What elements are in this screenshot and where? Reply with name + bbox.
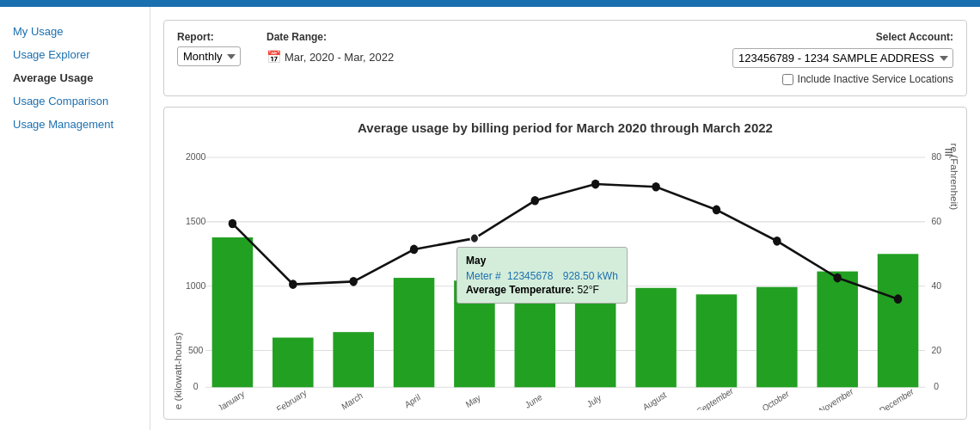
temp-dot-mar (349, 277, 358, 286)
chart-container: ≡ 2000 1500 1000 500 0 80 60 40 20 0 (173, 144, 958, 410)
date-range-value: 📅 Mar, 2020 - Mar, 2022 (266, 50, 394, 64)
sidebar-item-average-usage[interactable]: Average Usage (0, 66, 150, 89)
svg-text:December: December (878, 386, 916, 410)
bar-jan (212, 237, 254, 387)
report-label: Report: (177, 31, 241, 43)
svg-text:1500: 1500 (186, 216, 205, 227)
sidebar-item-my-usage[interactable]: My Usage (0, 20, 150, 43)
bar-may (454, 280, 495, 387)
svg-text:October: October (761, 388, 791, 410)
svg-text:0: 0 (934, 381, 939, 392)
layout: My Usage Usage Explorer Average Usage Us… (0, 7, 980, 430)
report-select[interactable]: Monthly Weekly Daily (177, 46, 241, 66)
inactive-service-label[interactable]: Include Inactive Service Locations (782, 73, 953, 85)
svg-text:0: 0 (193, 381, 199, 392)
top-bar (0, 0, 980, 7)
temp-dot-apr (410, 245, 419, 255)
sidebar-item-usage-management[interactable]: Usage Management (0, 113, 150, 136)
bar-sep (696, 294, 738, 387)
bar-jul (575, 272, 616, 388)
svg-text:80: 80 (931, 151, 941, 163)
svg-text:November: November (818, 386, 855, 410)
temp-dot-sep (713, 206, 721, 215)
bar-jun (515, 277, 556, 387)
svg-text:20: 20 (931, 344, 941, 355)
bar-dec (878, 254, 919, 387)
temp-dot-nov (833, 273, 842, 283)
temp-dot-jan (229, 219, 237, 229)
calendar-icon: 📅 (266, 50, 281, 64)
sidebar-item-usage-explorer[interactable]: Usage Explorer (0, 43, 150, 66)
date-range-label: Date Range: (266, 31, 394, 43)
bar-nov (817, 272, 858, 388)
chart-title: Average usage by billing period for Marc… (173, 120, 958, 135)
sidebar: My Usage Usage Explorer Average Usage Us… (0, 7, 150, 430)
bar-apr (394, 278, 435, 387)
svg-text:500: 500 (188, 344, 203, 355)
svg-text:April: April (403, 392, 422, 410)
svg-text:September: September (695, 385, 735, 410)
svg-text:1000: 1000 (186, 280, 205, 291)
temp-line (232, 184, 897, 299)
bar-mar (333, 332, 374, 387)
svg-text:40: 40 (931, 280, 941, 291)
temp-dot-feb (289, 280, 297, 289)
svg-text:May: May (464, 392, 482, 410)
bar-aug (635, 288, 677, 387)
chart-svg: 2000 1500 1000 500 0 80 60 40 20 0 Usage… (173, 144, 958, 410)
hamburger-menu-icon[interactable]: ≡ (944, 144, 953, 162)
svg-text:August: August (641, 390, 668, 410)
temp-dot-jun (531, 196, 540, 206)
main-content: Report: Monthly Weekly Daily Date Range:… (150, 7, 980, 430)
temp-dot-jul (591, 180, 600, 189)
account-filter-group: Select Account: 123456789 - 1234 SAMPLE … (732, 31, 953, 85)
temp-dot-may-active (470, 234, 479, 243)
report-filter-group: Report: Monthly Weekly Daily (177, 31, 241, 66)
temp-dot-oct (773, 236, 781, 246)
bar-feb (273, 338, 314, 388)
select-account-label: Select Account: (876, 31, 953, 43)
svg-text:June: June (524, 391, 543, 410)
svg-text:July: July (585, 392, 603, 409)
account-select[interactable]: 123456789 - 1234 SAMPLE ADDRESS (732, 48, 953, 68)
temp-dot-dec (894, 294, 903, 304)
svg-text:January: January (217, 388, 247, 410)
svg-text:Usage (kilowatt-hours): Usage (kilowatt-hours) (173, 332, 182, 410)
chart-area: Average usage by billing period for Marc… (163, 107, 967, 420)
sidebar-item-usage-comparison[interactable]: Usage Comparison (0, 89, 150, 113)
svg-text:March: March (340, 390, 364, 410)
inactive-service-checkbox[interactable] (782, 74, 793, 85)
filter-bar: Report: Monthly Weekly Daily Date Range:… (163, 20, 967, 96)
svg-text:2000: 2000 (186, 151, 205, 163)
temp-dot-aug (652, 182, 660, 192)
svg-text:February: February (275, 387, 309, 410)
date-range-filter-group: Date Range: 📅 Mar, 2020 - Mar, 2022 (266, 31, 394, 64)
account-select-wrap: 123456789 - 1234 SAMPLE ADDRESS (732, 48, 953, 68)
svg-text:60: 60 (931, 216, 941, 227)
bar-oct (756, 287, 798, 388)
